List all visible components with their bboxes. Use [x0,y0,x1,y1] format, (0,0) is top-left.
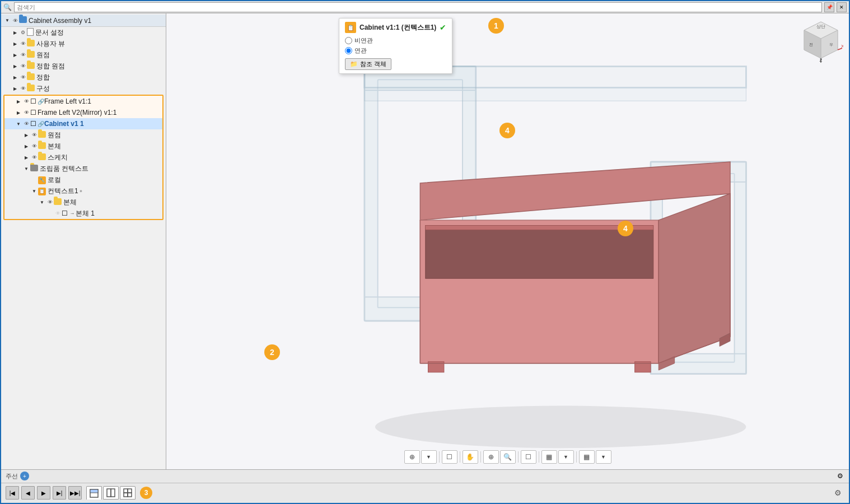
tree-item-origin[interactable]: 👁 원점 [1,49,166,60]
visibility-doc[interactable]: ⚙ [19,29,27,36]
viewport-3d[interactable]: 📋 Cabinet v1:1 (컨텍스트1) ✔ 비연관 연관 📁 [166,13,849,469]
nav-first-btn[interactable]: |◀ [6,486,19,500]
nav-prev-btn[interactable]: ◀ [21,486,35,500]
svg-rect-30 [124,489,128,493]
cabinet-label: Cabinet v1 1 [44,120,84,128]
nav-last-btn[interactable]: ▶▶| [68,486,82,500]
expand-user-view[interactable] [11,40,19,48]
zoom-fit-btn[interactable]: 🔍 [500,450,516,464]
radio-label1: 비연관 [354,36,373,45]
expand-mate-origin[interactable] [11,62,19,70]
visibility-icon[interactable]: 👁 [11,17,19,25]
visibility-mate-origin[interactable]: 👁 [19,62,27,70]
badge-1: 1 [488,18,504,34]
tree-item-mate-origin[interactable]: 👁 정합 원점 [1,60,166,72]
nav-play-btn[interactable]: ▶ [37,486,50,500]
radio-option1[interactable]: 비연관 [345,36,446,45]
expand-frame-left-v2[interactable] [15,109,22,116]
white-box-icon2: ☐ [30,109,36,116]
tab-item-1[interactable] [86,486,102,500]
tree-item-cabinet[interactable]: 👁 ☐ 🔗 Cabinet v1 1 [4,118,162,129]
badge-4-right: 4 [618,221,633,236]
expand-cab-body[interactable] [22,142,30,150]
visibility-body1[interactable]: 👁 [54,209,62,217]
tree-item-mate[interactable]: 👁 정합 [1,72,166,83]
select-box-btn[interactable]: ☐ [442,450,457,464]
folder-ctx-body [54,198,62,207]
context1-dot: ● [80,188,82,194]
radio-input-option2[interactable] [345,47,352,54]
expand-cabinet[interactable] [15,120,22,128]
expand-cab-sketch[interactable] [22,153,30,161]
expand-context-group[interactable] [22,165,30,172]
radio-option2[interactable]: 연관 [345,46,446,55]
tree-item-frame-left-v2[interactable]: 👁 ☐ Frame Left V2(Mirror) v1:1 [4,107,162,118]
folder-cab-body [38,142,46,151]
toolbar-sep2 [460,451,460,463]
tree-item-body1[interactable]: 👁 ☐ → 본체 1 [4,208,162,219]
expand-doc[interactable] [11,29,19,36]
tree-item-context1[interactable]: 📋 컨텍스트1 ● [4,185,162,197]
tree-item-cab-body[interactable]: 👁 본체 [4,141,162,152]
visibility-cab-sketch[interactable]: 👁 [30,153,38,161]
add-comment-btn[interactable]: + [20,472,29,480]
visibility-mate[interactable]: 👁 [19,73,27,81]
search-input[interactable] [14,2,822,12]
grid-btn[interactable]: ▦ [541,450,557,464]
context-local-icon: 🔧 [38,175,46,184]
tab-item-2[interactable] [103,486,119,500]
pin-button[interactable]: 📌 [824,2,834,12]
dropdown-section-btn[interactable]: ▼ [596,450,611,464]
visibility-ctx-body[interactable]: 👁 [46,198,54,206]
svg-rect-33 [128,493,132,497]
tree-item-context-group[interactable]: 조립품 컨텍스트 [4,163,162,174]
mate-label: 정합 [36,73,50,82]
visibility-config[interactable]: 👁 [19,85,27,92]
reference-button[interactable]: 📁 참조 객체 [345,58,391,70]
config-label: 구성 [36,84,50,94]
expand-origin[interactable] [11,51,19,59]
tree-item-ctx-body[interactable]: 👁 본체 [4,197,162,208]
dropdown-move-btn[interactable]: ▼ [421,450,437,464]
tree-item-local[interactable]: 🔧 로컬 [4,174,162,185]
visibility-frame-left[interactable]: 👁 [22,97,30,105]
folder-cab-sketch [38,153,46,162]
tree-item-user-view[interactable]: 👁 사용자 뷰 [1,38,166,49]
tree-item-cab-origin[interactable]: 👁 원점 [4,129,162,141]
radio-input-option1[interactable] [345,37,352,44]
context-group-label: 조립품 컨텍스트 [40,164,88,174]
nav-next-btn[interactable]: ▶| [53,486,66,500]
close-panel-button[interactable]: ✕ [837,2,847,12]
comment-settings-btn[interactable]: ⚙ [835,472,844,480]
visibility-cab-origin[interactable]: 👁 [30,131,38,139]
expand-config[interactable] [11,85,19,92]
expand-frame-left[interactable] [15,97,22,105]
section-btn[interactable]: ▦ [579,450,595,464]
ctx-body-label: 본체 [63,198,77,207]
expand-root[interactable] [3,17,11,25]
expand-mate[interactable] [11,73,19,81]
tree-root[interactable]: 👁 Cabinet Assembly v1 [1,15,166,27]
svg-rect-29 [111,489,115,497]
tab-item-3[interactable] [120,486,136,500]
tree-item-doc-settings[interactable]: ⚙ 문서 설정 [1,27,166,38]
folder-config [27,85,35,93]
check-icon: ✔ [440,23,446,32]
visibility-origin[interactable]: 👁 [19,51,27,59]
tree-item-frame-left[interactable]: 👁 ☐ 🔗 Frame Left v1:1 [4,96,162,107]
display-mode-btn[interactable]: ☐ [521,450,536,464]
pan-tool-btn[interactable]: ✋ [463,450,478,464]
visibility-cab-body[interactable]: 👁 [30,142,38,150]
move-tool-btn[interactable]: ⊕ [404,450,420,464]
tree-item-cab-sketch[interactable]: 👁 스케치 [4,152,162,163]
visibility-frame-left-v2[interactable]: 👁 [22,109,30,116]
zoom-btn[interactable]: ⊕ [483,450,499,464]
dropdown-grid-btn[interactable]: ▼ [558,450,574,464]
expand-ctx-body[interactable] [38,198,46,206]
expand-cab-origin[interactable] [22,131,30,139]
expand-context1[interactable] [30,187,38,195]
settings-gear-btn[interactable]: ⚙ [831,486,844,500]
tree-item-config[interactable]: 👁 구성 [1,83,166,94]
visibility-cabinet[interactable]: 👁 [22,120,30,128]
visibility-user-view[interactable]: 👁 [19,40,27,48]
